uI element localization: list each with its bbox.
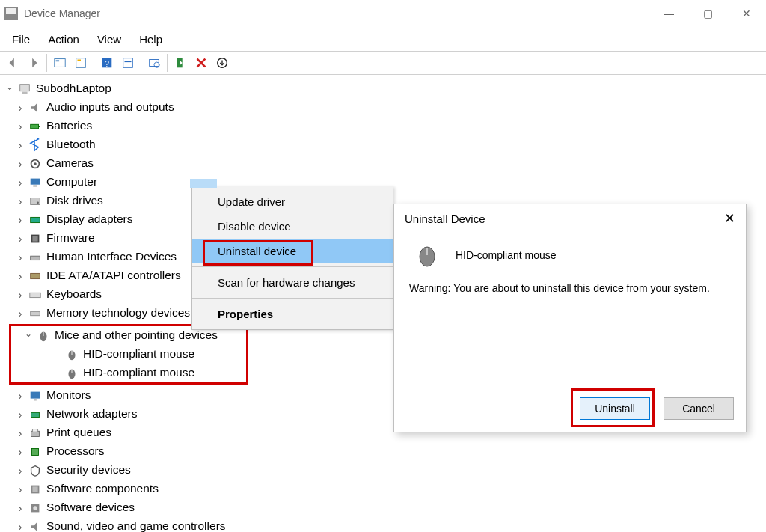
device-icon (27, 501, 43, 515)
menu-view[interactable]: View (91, 30, 127, 49)
device-icon (27, 176, 43, 189)
svg-rect-1 (56, 60, 60, 61)
svg-rect-40 (32, 448, 39, 455)
svg-rect-26 (31, 273, 40, 278)
svg-rect-42 (32, 486, 37, 492)
back-button[interactable] (3, 53, 22, 73)
device-icon (27, 389, 43, 403)
tree-category[interactable]: Software devices (3, 498, 763, 517)
svg-rect-7 (125, 61, 132, 62)
tree-category[interactable]: Audio inputs and outputs (3, 98, 763, 117)
tree-category[interactable]: Security devices (3, 461, 763, 480)
svg-rect-27 (30, 293, 40, 297)
device-icon (27, 251, 43, 264)
ctx-properties[interactable]: Properties (192, 302, 393, 326)
device-icon (27, 445, 43, 459)
tree-root[interactable]: SubodhLaptop (3, 79, 763, 98)
device-icon (27, 307, 43, 320)
svg-rect-6 (123, 58, 133, 68)
dialog-close-button[interactable]: ✕ (724, 210, 735, 227)
menu-file[interactable]: File (6, 30, 36, 49)
device-icon (27, 195, 43, 208)
device-icon (27, 520, 43, 533)
svg-rect-36 (34, 399, 37, 400)
svg-rect-35 (31, 391, 40, 398)
update-driver-button[interactable] (171, 53, 190, 73)
titlebar: Device Manager — ▢ ✕ (0, 0, 766, 27)
device-icon (27, 157, 43, 171)
svg-rect-0 (55, 59, 65, 67)
dialog-uninstall-button[interactable]: Uninstall (580, 397, 650, 420)
svg-rect-24 (32, 236, 37, 241)
mice-highlight: Mice and other pointing devices HID-comp… (9, 324, 248, 385)
enable-button[interactable] (212, 53, 232, 73)
dialog-cancel-button[interactable]: Cancel (664, 397, 734, 420)
dialog-warning: Warning: You are about to uninstall this… (409, 282, 732, 294)
maximize-button[interactable]: ▢ (699, 4, 717, 22)
dialog-device-name: HID-compliant mouse (456, 249, 557, 261)
tree-category[interactable]: Batteries (3, 117, 763, 135)
svg-rect-25 (31, 256, 40, 260)
device-icon (27, 232, 43, 245)
tree-category[interactable]: Sound, video and game controllers (3, 517, 763, 532)
context-menu: Update driver Disable device Uninstall d… (192, 186, 393, 330)
forward-button[interactable] (24, 53, 43, 73)
uninstall-dialog: Uninstall Device ✕ HID-compliant mouse W… (393, 204, 747, 432)
device-icon (27, 483, 43, 496)
mouse-icon (64, 367, 80, 380)
ctx-scan-hardware[interactable]: Scan for hardware changes (192, 270, 393, 295)
properties-button[interactable] (71, 53, 91, 73)
window-controls: — ▢ ✕ (660, 4, 756, 22)
device-icon (27, 120, 43, 133)
svg-rect-19 (33, 185, 37, 186)
mouse-icon (35, 329, 52, 343)
computer-icon (16, 82, 33, 96)
menu-help[interactable]: Help (133, 30, 168, 49)
svg-rect-13 (22, 91, 27, 94)
close-button[interactable]: ✕ (738, 4, 756, 22)
ctx-uninstall-device[interactable]: Uninstall device (192, 239, 393, 263)
mouse-icon (412, 243, 442, 267)
root-label: SubodhLaptop (36, 79, 111, 97)
svg-rect-18 (31, 178, 40, 184)
tree-item-mouse-1[interactable]: HID-compliant mouse (11, 345, 246, 364)
svg-rect-15 (39, 126, 40, 127)
tree-category[interactable]: Processors (3, 442, 763, 461)
device-icon (27, 408, 43, 421)
svg-text:?: ? (105, 59, 109, 68)
show-hidden-button[interactable] (50, 53, 70, 73)
menu-action[interactable]: Action (42, 30, 85, 49)
device-icon (27, 213, 43, 227)
device-icon (27, 464, 43, 477)
ctx-update-driver[interactable]: Update driver (192, 189, 393, 214)
device-icon (27, 101, 43, 114)
window-title: Device Manager (24, 7, 660, 19)
svg-rect-28 (31, 311, 40, 315)
svg-rect-39 (32, 429, 37, 432)
svg-rect-22 (31, 217, 40, 222)
device-icon (27, 138, 43, 152)
selection-highlight (190, 179, 217, 188)
svg-rect-37 (31, 412, 40, 417)
tree-category[interactable]: Bluetooth (3, 135, 763, 154)
menubar: File Action View Help (0, 27, 766, 51)
device-icon (27, 426, 43, 440)
svg-rect-14 (31, 124, 39, 128)
svg-point-44 (33, 506, 37, 510)
tree-item-mouse-2[interactable]: HID-compliant mouse (11, 364, 246, 382)
scan-hardware-button[interactable] (144, 53, 164, 73)
svg-point-21 (37, 201, 39, 204)
svg-rect-20 (31, 198, 40, 204)
tree-category[interactable]: Software components (3, 480, 763, 498)
mouse-icon (64, 348, 80, 361)
ctx-disable-device[interactable]: Disable device (192, 214, 393, 239)
action-button[interactable] (118, 53, 138, 73)
minimize-button[interactable]: — (660, 4, 678, 22)
svg-point-17 (34, 162, 37, 165)
device-icon (27, 269, 43, 283)
svg-rect-3 (78, 60, 82, 61)
delete-button[interactable] (192, 53, 211, 73)
help-button[interactable]: ? (97, 53, 117, 73)
tree-category[interactable]: Cameras (3, 154, 763, 173)
device-icon (27, 288, 43, 302)
